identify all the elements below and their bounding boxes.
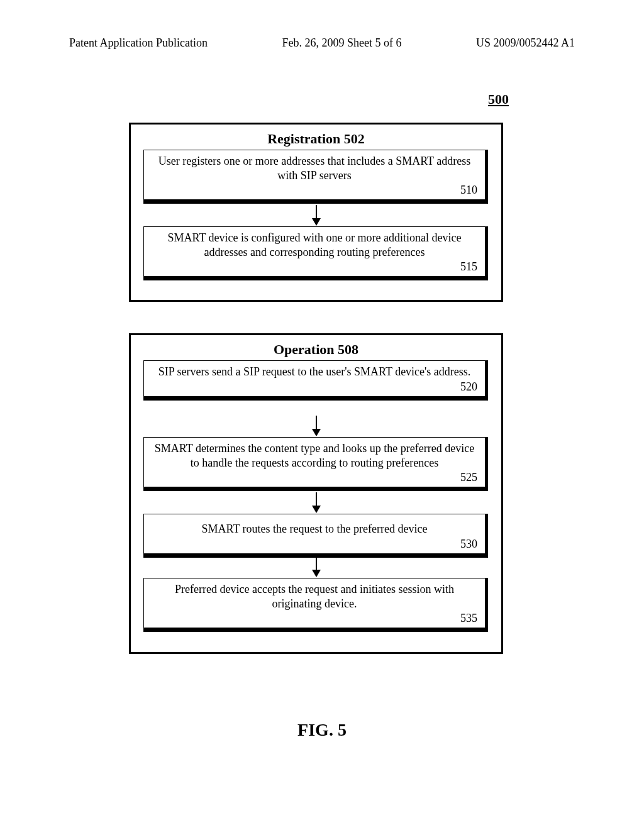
step-box-525: SMART determines the content type and lo… <box>143 437 488 491</box>
arrow-icon <box>312 556 321 577</box>
step-box-515: SMART device is configured with one or m… <box>143 226 488 280</box>
step-number: 530 <box>150 538 479 551</box>
registration-phase-container: Registration 502 User registers one or m… <box>129 123 503 302</box>
step-text: SIP servers send a SIP request to the us… <box>150 365 479 379</box>
figure-label: FIG. 5 <box>297 720 347 740</box>
operation-phase-container: Operation 508 SIP servers send a SIP req… <box>129 333 503 654</box>
step-box-535: Preferred device accepts the request and… <box>143 578 488 632</box>
step-box-530: SMART routes the request to the preferre… <box>143 514 488 558</box>
step-text: SMART routes the request to the preferre… <box>150 518 479 536</box>
header-left: Patent Application Publication <box>69 36 208 50</box>
document-header: Patent Application Publication Feb. 26, … <box>69 36 575 50</box>
arrow-icon <box>312 416 321 436</box>
step-text: SMART device is configured with one or m… <box>150 231 479 259</box>
step-number: 520 <box>150 380 479 394</box>
arrow-icon <box>312 492 321 513</box>
step-text: Preferred device accepts the request and… <box>150 582 479 611</box>
step-number: 515 <box>150 260 479 274</box>
header-center: Feb. 26, 2009 Sheet 5 of 6 <box>282 36 401 50</box>
figure-number: 500 <box>488 91 509 108</box>
step-number: 525 <box>150 471 479 484</box>
step-number: 535 <box>150 612 479 625</box>
step-text: User registers one or more addresses tha… <box>150 154 479 182</box>
step-number: 510 <box>150 184 479 197</box>
step-box-520: SIP servers send a SIP request to the us… <box>143 360 488 401</box>
arrow-icon <box>312 205 321 226</box>
step-text: SMART determines the content type and lo… <box>150 441 479 470</box>
step-box-510: User registers one or more addresses tha… <box>143 150 488 204</box>
header-right: US 2009/0052442 A1 <box>476 36 575 50</box>
